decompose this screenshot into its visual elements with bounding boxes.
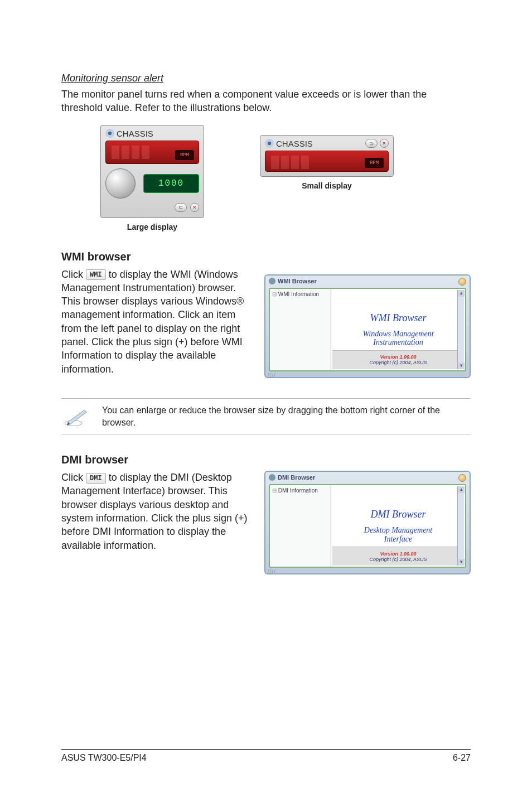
dmi-window-title: DMI Browser bbox=[269, 474, 466, 481]
chassis-small-title: CHASSIS ⊃ ✕ bbox=[265, 139, 389, 148]
scrollbar[interactable]: ▴ ▾ bbox=[457, 290, 464, 369]
wmi-body: Click WMI to display the WMI (Windows Ma… bbox=[61, 268, 248, 376]
large-caption: Large display bbox=[127, 223, 177, 231]
wmi-content-line2: Instrumentation bbox=[373, 338, 423, 346]
rpm-badge-small: RPM bbox=[365, 158, 384, 168]
chassis-large-panel: CHASSIS RPM 1000 ⊂ ✕ bbox=[100, 125, 204, 218]
small-caption: Small display bbox=[302, 181, 351, 190]
dmi-content-title: DMI Browser bbox=[371, 509, 426, 520]
dmi-body: Click DMI to display the DMI (Desktop Ma… bbox=[61, 471, 248, 552]
small-panel-col: CHASSIS ⊃ ✕ RPM Small display bbox=[260, 125, 394, 190]
note-box: You can enlarge or reduce the browser si… bbox=[61, 398, 471, 434]
chassis-large-red: RPM bbox=[105, 141, 199, 164]
dmi-version: Version 1.00.00 bbox=[380, 551, 416, 557]
page-footer: ASUS TW300-E5/PI4 6-27 bbox=[61, 749, 471, 763]
scroll-down-icon[interactable]: ▾ bbox=[458, 363, 465, 369]
close-button[interactable]: ✕ bbox=[380, 139, 389, 148]
resize-handle[interactable]: //// bbox=[268, 568, 276, 574]
gear-icon bbox=[269, 278, 275, 284]
dmi-content-line2: Interface bbox=[384, 535, 413, 543]
dmi-copyright: Copyright (c) 2004, ASUS bbox=[369, 557, 427, 562]
wmi-copyright: Copyright (c) 2004, ASUS bbox=[369, 360, 427, 365]
dmi-body-post: to display the DMI (Desktop Management I… bbox=[61, 472, 248, 550]
wmi-content-line1: Windows Management bbox=[362, 330, 433, 338]
dmi-window-title-text: DMI Browser bbox=[278, 474, 315, 481]
dmi-window: DMI Browser DMI Information DMI Browser … bbox=[264, 471, 471, 574]
alert-body: The monitor panel turns red when a compo… bbox=[61, 88, 471, 115]
threshold-value: 1000 bbox=[143, 174, 199, 193]
footer-right: 6-27 bbox=[453, 753, 471, 763]
dmi-footer: Version 1.00.00 Copyright (c) 2004, ASUS bbox=[332, 547, 464, 566]
scroll-up-icon[interactable]: ▴ bbox=[458, 290, 465, 297]
wmi-version: Version 1.00.00 bbox=[380, 354, 416, 360]
expand-button[interactable]: ⊃ bbox=[365, 139, 378, 148]
alert-panels: CHASSIS RPM 1000 ⊂ ✕ Large display CHASS… bbox=[100, 125, 471, 231]
scroll-down-icon[interactable]: ▾ bbox=[458, 559, 465, 566]
chassis-small-red: RPM bbox=[265, 151, 389, 172]
wmi-footer: Version 1.00.00 Copyright (c) 2004, ASUS bbox=[332, 350, 464, 369]
dmi-heading: DMI browser bbox=[61, 453, 471, 466]
wmi-window: WMI Browser WMI Information WMI Browser … bbox=[264, 274, 471, 378]
pencil-icon bbox=[64, 405, 91, 428]
dmi-tree[interactable]: DMI Information bbox=[270, 485, 331, 567]
alert-heading: Monitoring sensor alert bbox=[61, 73, 471, 84]
note-text: You can enlarge or reduce the browser si… bbox=[102, 404, 468, 428]
scrollbar[interactable]: ▴ ▾ bbox=[457, 486, 464, 566]
chassis-title-text: CHASSIS bbox=[276, 139, 313, 148]
wmi-heading: WMI browser bbox=[61, 250, 471, 263]
dmi-body-pre: Click bbox=[61, 472, 86, 483]
dmi-content-line1: Desktop Management bbox=[364, 526, 432, 534]
chassis-large-title: CHASSIS bbox=[105, 129, 199, 138]
wmi-content-title: WMI Browser bbox=[370, 312, 427, 324]
rpm-badge-large: RPM bbox=[175, 150, 194, 160]
close-button[interactable]: ✕ bbox=[190, 203, 199, 212]
chassis-small-panel: CHASSIS ⊃ ✕ RPM bbox=[260, 135, 394, 177]
wmi-tag-button[interactable]: WMI bbox=[86, 269, 106, 280]
fan-icon bbox=[105, 129, 114, 138]
chassis-title-text: CHASSIS bbox=[117, 129, 153, 138]
wmi-window-title: WMI Browser bbox=[269, 278, 466, 284]
wmi-body-post: to display the WMI (Windows Management I… bbox=[61, 269, 244, 375]
svg-marker-1 bbox=[68, 410, 86, 424]
gear-icon bbox=[269, 474, 275, 481]
wmi-tree-root[interactable]: WMI Information bbox=[272, 291, 328, 297]
threshold-knob[interactable] bbox=[105, 168, 136, 199]
dmi-tag-button[interactable]: DMI bbox=[86, 473, 106, 484]
wmi-tree[interactable]: WMI Information bbox=[270, 289, 331, 370]
dmi-tree-root[interactable]: DMI Information bbox=[272, 487, 328, 494]
close-icon[interactable] bbox=[458, 278, 466, 286]
resize-handle[interactable]: //// bbox=[268, 372, 276, 378]
collapse-button[interactable]: ⊂ bbox=[175, 203, 187, 212]
fan-icon bbox=[265, 139, 274, 148]
large-panel-col: CHASSIS RPM 1000 ⊂ ✕ Large display bbox=[100, 125, 204, 231]
wmi-body-pre: Click bbox=[61, 269, 86, 280]
footer-left: ASUS TW300-E5/PI4 bbox=[61, 753, 147, 763]
scroll-up-icon[interactable]: ▴ bbox=[458, 486, 465, 493]
wmi-window-title-text: WMI Browser bbox=[278, 278, 317, 284]
